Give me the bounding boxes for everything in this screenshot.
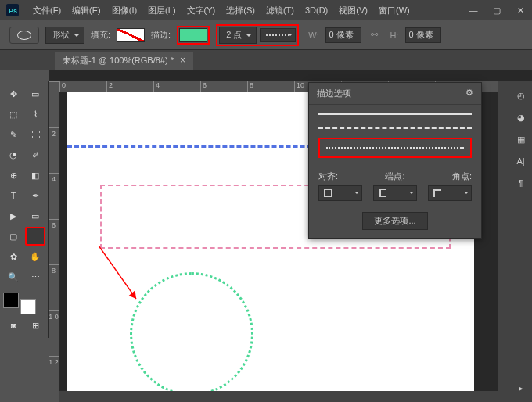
menu-bar: Ps 文件(F) 编辑(E) 图像(I) 图层(L) 文字(Y) 选择(S) 滤… <box>0 0 532 20</box>
maximize-button[interactable]: ▢ <box>485 0 509 20</box>
stroke-style-dashed[interactable] <box>318 127 472 133</box>
stroke-options-panel: 描边选项 ⚙ 对齐: 端点: 角点: 更多选项... <box>308 82 482 239</box>
workspace: ✥ ▭ ⬚ ⌇ ✎ ⛶ ◔ ✐ ⊕ ◧ T ✒ ▶ ▭ ▢ ✿ ✋ 🔍 ⋯ ◙ … <box>0 70 532 402</box>
move-tool[interactable]: ✥ <box>3 84 23 103</box>
clone-tool[interactable]: ⊕ <box>3 166 23 185</box>
cap-dropdown[interactable] <box>373 185 417 201</box>
menu-window[interactable]: 窗口(W) <box>379 5 410 16</box>
shape-mode-dropdown[interactable]: 形状 <box>45 27 84 44</box>
ellipse-tool[interactable] <box>25 227 45 246</box>
width-input[interactable] <box>325 27 361 43</box>
height-input[interactable] <box>405 27 441 43</box>
background-color[interactable] <box>20 299 36 314</box>
width-label: W: <box>308 31 318 40</box>
foreground-color[interactable] <box>3 293 19 308</box>
menu-type[interactable]: 文字(Y) <box>187 5 216 16</box>
pen-tool[interactable]: ✒ <box>25 186 45 205</box>
menu-layer[interactable]: 图层(L) <box>148 5 175 16</box>
more-options-button[interactable]: 更多选项... <box>362 212 427 230</box>
stroke-width-dropdown[interactable]: 2 点 <box>219 27 257 44</box>
swatches-panel-icon[interactable]: ▦ <box>513 131 529 147</box>
fill-color-swatch[interactable] <box>117 28 145 42</box>
zoom-tool[interactable]: 🔍 <box>3 267 23 286</box>
horizontal-scrollbar[interactable] <box>59 391 509 402</box>
canvas-area: 0246810121416 24681 01 2 描边选项 ⚙ <box>49 70 532 402</box>
type-tool[interactable]: T <box>3 186 23 205</box>
crop-tool[interactable]: ⛶ <box>25 125 45 144</box>
join-label: 角点: <box>452 170 472 182</box>
hand-tool[interactable]: ✋ <box>25 247 45 266</box>
menu-view[interactable]: 视图(V) <box>339 5 368 16</box>
rectangle-tool[interactable]: ▭ <box>25 206 45 225</box>
stroke-style-dropdown[interactable] <box>260 28 296 42</box>
options-bar: 形状 填充: 描边: 2 点 W: ⚯ H: <box>0 20 532 50</box>
menu-file[interactable]: 文件(F) <box>33 5 61 16</box>
rounded-rect-tool[interactable]: ▢ <box>3 227 23 246</box>
menu-filter[interactable]: 滤镜(T) <box>266 5 294 16</box>
stroke-style-solid[interactable] <box>318 113 472 119</box>
menu-image[interactable]: 图像(I) <box>112 5 137 16</box>
document-tab-title: 未标题-1 @ 100%(RGB/8#) * <box>63 55 174 66</box>
stroke-color-swatch[interactable] <box>179 28 207 42</box>
quick-select-tool[interactable]: ✎ <box>3 125 23 144</box>
link-wh-icon[interactable]: ⚯ <box>368 30 381 40</box>
history-panel-icon[interactable]: ◴ <box>513 88 529 103</box>
height-label: H: <box>390 31 399 40</box>
paragraph-panel-icon[interactable]: ¶ <box>513 175 529 191</box>
join-dropdown[interactable] <box>428 185 472 201</box>
stroke-label: 描边: <box>151 29 171 41</box>
menu-3d[interactable]: 3D(D) <box>305 5 328 15</box>
marquee-tool[interactable]: ⬚ <box>3 105 23 124</box>
eyedropper-tool[interactable]: ◔ <box>3 145 23 164</box>
close-tab-icon[interactable]: × <box>180 55 185 66</box>
current-tool-icon[interactable] <box>9 27 39 44</box>
lasso-tool[interactable]: ⌇ <box>25 105 45 124</box>
eraser-tool[interactable]: ◧ <box>25 166 45 185</box>
screen-mode-icon[interactable]: ⊞ <box>25 316 45 335</box>
quick-mask-icon[interactable]: ◙ <box>3 316 23 335</box>
fill-label: 填充: <box>91 29 110 41</box>
path-select-tool[interactable]: ▶ <box>3 206 23 225</box>
stroke-panel-title: 描边选项 <box>317 88 351 99</box>
svg-text:Ps: Ps <box>9 7 17 15</box>
left-toolbar: ✥ ▭ ⬚ ⌇ ✎ ⛶ ◔ ✐ ⊕ ◧ T ✒ ▶ ▭ ▢ ✿ ✋ 🔍 ⋯ ◙ … <box>0 81 49 338</box>
color-panel-icon[interactable]: ◕ <box>513 109 529 125</box>
gear-icon[interactable]: ⚙ <box>466 88 473 99</box>
right-panel-dock: ◴ ◕ ▦ A| ¶ ▸ <box>509 81 532 402</box>
minimize-button[interactable]: — <box>462 0 485 20</box>
stroke-style-dotted[interactable] <box>326 147 464 149</box>
document-tab-bar: 未标题-1 @ 100%(RGB/8#) * × <box>0 50 532 70</box>
cap-label: 端点: <box>385 170 404 182</box>
document-tab[interactable]: 未标题-1 @ 100%(RGB/8#) * × <box>55 52 193 70</box>
align-dropdown[interactable] <box>318 185 362 201</box>
photoshop-logo-icon: Ps <box>6 4 19 16</box>
vertical-scrollbar[interactable] <box>498 81 509 391</box>
menu-select[interactable]: 选择(S) <box>226 5 255 16</box>
close-button[interactable]: ✕ <box>509 0 532 20</box>
align-label: 对齐: <box>318 170 338 182</box>
custom-shape-tool[interactable]: ✿ <box>3 247 23 266</box>
brush-tool[interactable]: ✐ <box>25 145 45 164</box>
vertical-ruler: 24681 01 2 <box>49 81 59 402</box>
collapse-panel-icon[interactable]: ▸ <box>513 380 529 396</box>
artboard-tool[interactable]: ▭ <box>25 84 45 103</box>
edit-toolbar[interactable]: ⋯ <box>25 267 45 286</box>
dotted-circle-example <box>130 272 253 396</box>
menu-edit[interactable]: 编辑(E) <box>72 5 101 16</box>
character-panel-icon[interactable]: A| <box>513 153 529 169</box>
stroke-style-dotted-highlight <box>318 138 472 158</box>
